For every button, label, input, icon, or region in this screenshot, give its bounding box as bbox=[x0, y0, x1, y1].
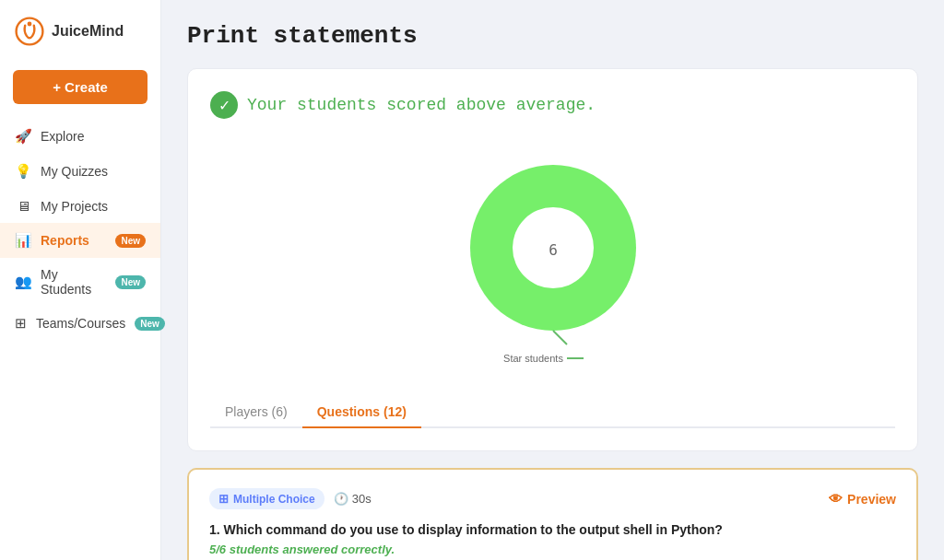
sidebar-item-explore[interactable]: 🚀 Explore bbox=[0, 119, 160, 154]
clock-icon: 🕐 bbox=[334, 492, 348, 506]
star-students-label: Star students bbox=[503, 353, 584, 364]
sidebar: JuiceMind + Create 🚀 Explore 💡 My Quizze… bbox=[0, 0, 161, 560]
juicemind-logo-icon bbox=[15, 17, 44, 46]
sidebar-item-label: Teams/Courses bbox=[36, 316, 125, 331]
quizzes-icon: 💡 bbox=[15, 163, 31, 180]
correct-students-text: 5/6 students answered correctly. bbox=[209, 542, 896, 556]
multiple-choice-badge: ⊞ Multiple Choice bbox=[209, 488, 324, 509]
sidebar-item-reports[interactable]: 📊 Reports New bbox=[0, 223, 160, 258]
reports-icon: 📊 bbox=[15, 232, 31, 249]
main-content: Print statements ✓ Your students scored … bbox=[161, 0, 944, 560]
reports-badge: New bbox=[115, 234, 146, 248]
svg-point-1 bbox=[28, 22, 32, 27]
page-title: Print statements bbox=[187, 22, 918, 50]
sidebar-item-label: Reports bbox=[41, 233, 89, 248]
star-line-indicator bbox=[567, 357, 584, 359]
above-average-highlight: above average. bbox=[456, 96, 596, 114]
grid-icon: ⊞ bbox=[218, 492, 229, 506]
students-icon: 👥 bbox=[15, 274, 31, 290]
tabs-container: Players (6) Questions (12) bbox=[210, 397, 895, 428]
chart-container: 6 Star students bbox=[210, 137, 895, 382]
sidebar-item-teams-courses[interactable]: ⊞ Teams/Courses New bbox=[0, 306, 160, 341]
explore-icon: 🚀 bbox=[15, 128, 31, 145]
students-badge: New bbox=[115, 275, 146, 289]
timer-badge: 🕐 30s bbox=[334, 492, 372, 506]
tab-players[interactable]: Players (6) bbox=[210, 397, 302, 428]
preview-label: Preview bbox=[847, 492, 896, 507]
nav-menu: 🚀 Explore 💡 My Quizzes 🖥 My Projects 📊 R… bbox=[0, 119, 160, 341]
timer-value: 30s bbox=[352, 492, 372, 506]
preview-button[interactable]: 👁 Preview bbox=[829, 491, 896, 507]
question-card: ⊞ Multiple Choice 🕐 30s 👁 Preview 1. Whi… bbox=[187, 468, 918, 560]
question-meta: ⊞ Multiple Choice 🕐 30s 👁 Preview bbox=[209, 488, 896, 509]
donut-chart: 6 bbox=[452, 146, 655, 349]
sidebar-item-label: My Projects bbox=[41, 199, 108, 214]
sidebar-item-label: My Quizzes bbox=[41, 164, 108, 179]
eye-icon: 👁 bbox=[829, 491, 843, 507]
sidebar-item-my-quizzes[interactable]: 💡 My Quizzes bbox=[0, 154, 160, 189]
mc-label: Multiple Choice bbox=[233, 493, 315, 506]
teams-icon: ⊞ bbox=[15, 315, 27, 332]
meta-left: ⊞ Multiple Choice 🕐 30s bbox=[209, 488, 372, 509]
tab-questions[interactable]: Questions (12) bbox=[302, 397, 421, 428]
teams-badge: New bbox=[135, 317, 165, 331]
sidebar-item-label: My Students bbox=[41, 267, 106, 297]
check-circle-icon: ✓ bbox=[210, 91, 238, 119]
score-card: ✓ Your students scored above average. 6 bbox=[187, 68, 918, 451]
create-button[interactable]: + Create bbox=[13, 70, 148, 104]
question-text: 1. Which command do you use to display i… bbox=[209, 522, 896, 537]
above-average-prefix: Your students scored bbox=[247, 96, 456, 114]
sidebar-item-my-students[interactable]: 👥 My Students New bbox=[0, 258, 160, 306]
logo: JuiceMind bbox=[0, 0, 160, 63]
above-average-banner: ✓ Your students scored above average. bbox=[210, 91, 895, 119]
above-average-text: Your students scored above average. bbox=[247, 96, 596, 114]
brand-name: JuiceMind bbox=[52, 23, 124, 40]
svg-line-5 bbox=[553, 331, 567, 344]
projects-icon: 🖥 bbox=[15, 198, 31, 214]
sidebar-item-my-projects[interactable]: 🖥 My Projects bbox=[0, 189, 160, 223]
svg-text:6: 6 bbox=[549, 241, 558, 259]
sidebar-item-label: Explore bbox=[41, 129, 84, 144]
